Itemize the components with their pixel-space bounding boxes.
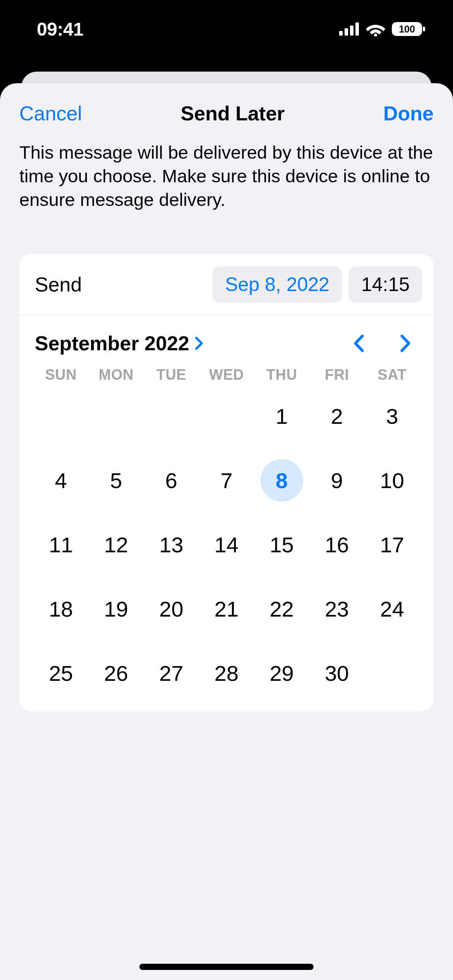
day-cell[interactable]: 6 bbox=[144, 459, 199, 502]
day-number: 11 bbox=[39, 523, 82, 566]
day-number: 18 bbox=[39, 588, 82, 630]
status-icons: 100 bbox=[339, 21, 426, 37]
cellular-icon bbox=[339, 22, 360, 36]
day-cell[interactable]: 28 bbox=[199, 652, 254, 694]
scheduler-card: Send Sep 8, 2022 14:15 September 2022 bbox=[19, 254, 434, 711]
svg-rect-0 bbox=[339, 31, 343, 36]
day-number: 5 bbox=[95, 459, 137, 502]
send-label: Send bbox=[35, 273, 82, 296]
weekday-label: THU bbox=[254, 367, 309, 383]
day-cell[interactable]: 20 bbox=[144, 588, 199, 630]
day-cell[interactable]: 19 bbox=[89, 588, 144, 630]
battery-icon: 100 bbox=[391, 21, 426, 37]
day-number: 8 bbox=[261, 459, 303, 502]
done-button[interactable]: Done bbox=[383, 102, 434, 125]
date-pill[interactable]: Sep 8, 2022 bbox=[213, 266, 342, 303]
day-number: 15 bbox=[261, 523, 303, 566]
chevron-right-icon bbox=[195, 336, 205, 350]
next-month-button[interactable] bbox=[400, 334, 412, 353]
day-number: 1 bbox=[261, 395, 303, 437]
day-cell[interactable]: 11 bbox=[33, 523, 89, 566]
day-cell[interactable]: 3 bbox=[364, 395, 420, 437]
time-pill[interactable]: 14:15 bbox=[349, 266, 422, 303]
day-number: 29 bbox=[261, 652, 303, 694]
page-title: Send Later bbox=[181, 102, 285, 125]
svg-rect-1 bbox=[345, 28, 348, 36]
weekday-label: MON bbox=[89, 367, 144, 383]
day-number: 13 bbox=[150, 523, 192, 566]
day-cell[interactable]: 10 bbox=[364, 459, 420, 502]
svg-text:100: 100 bbox=[399, 24, 415, 34]
day-number: 16 bbox=[316, 523, 358, 566]
day-cell[interactable]: 1 bbox=[254, 395, 309, 437]
day-number: 30 bbox=[316, 652, 358, 694]
day-number: 7 bbox=[205, 459, 248, 502]
day-cell[interactable]: 30 bbox=[309, 652, 365, 694]
day-number: 17 bbox=[371, 523, 414, 566]
send-row: Send Sep 8, 2022 14:15 bbox=[19, 254, 434, 315]
day-cell[interactable]: 26 bbox=[89, 652, 144, 694]
svg-rect-3 bbox=[355, 22, 359, 36]
day-cell[interactable]: 17 bbox=[364, 523, 420, 566]
day-cell[interactable]: 12 bbox=[89, 523, 144, 566]
day-number: 27 bbox=[150, 652, 192, 694]
day-cell[interactable]: 15 bbox=[254, 523, 309, 566]
home-indicator[interactable] bbox=[139, 964, 314, 970]
month-header: September 2022 bbox=[19, 315, 434, 367]
day-number: 23 bbox=[316, 588, 358, 630]
status-time: 09:41 bbox=[37, 19, 83, 40]
day-number: 2 bbox=[316, 395, 358, 437]
day-blank bbox=[89, 395, 144, 437]
weekday-label: SUN bbox=[33, 367, 89, 383]
day-number: 28 bbox=[205, 652, 248, 694]
weekday-label: TUE bbox=[144, 367, 199, 383]
day-number: 4 bbox=[39, 459, 82, 502]
status-bar: 09:41 100 bbox=[0, 0, 453, 58]
day-cell[interactable]: 7 bbox=[199, 459, 254, 502]
day-cell[interactable]: 4 bbox=[33, 459, 89, 502]
day-cell[interactable]: 14 bbox=[199, 523, 254, 566]
day-number: 21 bbox=[205, 588, 248, 630]
day-cell[interactable]: 24 bbox=[364, 588, 420, 630]
day-cell[interactable]: 22 bbox=[254, 588, 309, 630]
day-number: 6 bbox=[150, 459, 192, 502]
day-cell[interactable]: 9 bbox=[309, 459, 365, 502]
day-cell[interactable]: 8 bbox=[254, 459, 309, 502]
day-cell[interactable]: 16 bbox=[309, 523, 365, 566]
datetime-pills: Sep 8, 2022 14:15 bbox=[213, 266, 422, 303]
wifi-icon bbox=[365, 22, 386, 36]
days-grid: 1234567891011121314151617181920212223242… bbox=[19, 395, 434, 711]
day-blank bbox=[144, 395, 199, 437]
day-number: 22 bbox=[261, 588, 303, 630]
month-nav-arrows bbox=[352, 334, 418, 353]
day-cell[interactable]: 21 bbox=[199, 588, 254, 630]
day-number: 19 bbox=[95, 588, 137, 630]
svg-point-4 bbox=[374, 34, 377, 36]
weekday-row: SUNMONTUEWEDTHUFRISAT bbox=[19, 367, 434, 383]
day-cell[interactable]: 13 bbox=[144, 523, 199, 566]
weekday-label: SAT bbox=[364, 367, 420, 383]
month-label: September 2022 bbox=[35, 332, 189, 355]
weekday-label: WED bbox=[199, 367, 254, 383]
svg-rect-6 bbox=[423, 27, 425, 31]
send-later-sheet: Cancel Send Later Done This message will… bbox=[0, 83, 453, 980]
day-blank bbox=[33, 395, 89, 437]
day-cell[interactable]: 5 bbox=[89, 459, 144, 502]
nav-bar: Cancel Send Later Done bbox=[0, 83, 453, 140]
day-number: 26 bbox=[95, 652, 137, 694]
day-cell[interactable]: 25 bbox=[33, 652, 89, 694]
day-cell[interactable]: 27 bbox=[144, 652, 199, 694]
day-cell[interactable]: 29 bbox=[254, 652, 309, 694]
day-cell[interactable]: 23 bbox=[309, 588, 365, 630]
day-blank bbox=[199, 395, 254, 437]
day-cell[interactable]: 18 bbox=[33, 588, 89, 630]
day-cell[interactable]: 2 bbox=[309, 395, 365, 437]
prev-month-button[interactable] bbox=[352, 334, 365, 353]
day-number: 9 bbox=[316, 459, 358, 502]
day-number: 20 bbox=[150, 588, 192, 630]
day-number: 25 bbox=[39, 652, 82, 694]
day-number: 12 bbox=[95, 523, 137, 566]
day-number: 10 bbox=[371, 459, 414, 502]
month-picker-button[interactable]: September 2022 bbox=[35, 332, 205, 355]
cancel-button[interactable]: Cancel bbox=[19, 102, 82, 125]
